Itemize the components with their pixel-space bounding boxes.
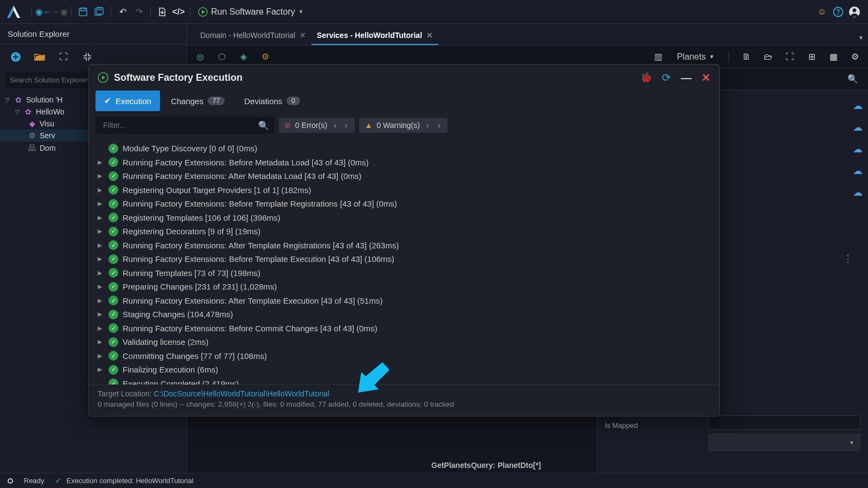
log-row[interactable]: ▶✓Running Factory Extensions: After Meta… bbox=[98, 169, 711, 183]
filter-input[interactable] bbox=[101, 119, 258, 132]
ct-icon-1[interactable]: ◎ bbox=[193, 49, 208, 65]
expand-icon[interactable]: ⛶ bbox=[782, 49, 797, 65]
search-icon[interactable]: 🔍 bbox=[258, 120, 269, 131]
log-row[interactable]: ✓Execution Completed (2,419ms) bbox=[98, 377, 711, 385]
feedback-icon[interactable]: ☺ bbox=[814, 4, 830, 20]
expand-arrow-icon: ▶ bbox=[98, 337, 104, 347]
log-row[interactable]: ▶✓Running Templates [73 of 73] (198ms) bbox=[98, 266, 711, 280]
layout-icon[interactable]: ▥ bbox=[651, 49, 666, 65]
cloud-icon[interactable]: ☁ bbox=[853, 100, 863, 112]
save-all-icon[interactable] bbox=[91, 4, 107, 20]
refresh-icon[interactable]: ⟳ bbox=[662, 71, 671, 84]
log-row[interactable]: ▶✓Finalizing Execution (6ms) bbox=[98, 363, 711, 377]
file-icon[interactable]: 🗎 bbox=[739, 49, 754, 65]
tab-changes[interactable]: Changes 77 bbox=[162, 91, 233, 111]
log-row[interactable]: ▶✓Running Factory Extensions: After Temp… bbox=[98, 239, 711, 253]
cloud-icon[interactable]: ☁ bbox=[853, 165, 863, 177]
dropdown-box[interactable]: ▼ bbox=[709, 434, 860, 451]
undo-icon[interactable]: ↶ bbox=[114, 4, 131, 20]
tab-services[interactable]: Services - HelloWorldTutorial ✕ bbox=[311, 27, 438, 45]
check-icon: ✓ bbox=[108, 323, 118, 333]
export-icon[interactable] bbox=[154, 4, 170, 20]
filter-box[interactable]: 🔍 bbox=[95, 117, 275, 134]
back-icon[interactable]: ◉← bbox=[35, 4, 52, 20]
target-location-link[interactable]: C:\DocSource\HelloWorldTutorial\HelloWor… bbox=[154, 389, 330, 398]
cloud-icon[interactable]: ☁ bbox=[853, 121, 863, 133]
expand-icon[interactable]: ⛶ bbox=[55, 49, 72, 65]
svg-marker-16 bbox=[358, 362, 390, 393]
status-ok-icon: ✔ bbox=[55, 477, 61, 485]
next-warning-icon[interactable]: › bbox=[436, 121, 443, 130]
tab-label: Execution bbox=[116, 97, 151, 106]
log-row[interactable]: ▶✓Preparing Changes [231 of 231] (1,028m… bbox=[98, 280, 711, 294]
top-toolbar: ◉← →◉ ↶ ↷ </> Run Software Factory ▼ ☺ ? bbox=[0, 0, 868, 24]
tree-label: Visu bbox=[40, 119, 54, 128]
code-icon[interactable]: </> bbox=[170, 4, 187, 20]
ct-icon-4[interactable]: ⚙ bbox=[258, 49, 273, 65]
run-software-factory-button[interactable]: Run Software Factory ▼ bbox=[194, 5, 308, 19]
log-row[interactable]: ▶✓Validating license (2ms) bbox=[98, 335, 711, 349]
check-icon: ✓ bbox=[108, 171, 118, 181]
log-row[interactable]: ▶✓Running Factory Extensions: After Temp… bbox=[98, 294, 711, 308]
collapse-icon[interactable] bbox=[79, 49, 95, 65]
settings-icon[interactable]: ⚙ bbox=[847, 49, 863, 65]
errors-box[interactable]: ⊘ 0 Error(s) ‹ › bbox=[279, 118, 355, 133]
log-row[interactable]: ✓Module Type Discovery [0 of 0] (0ms) bbox=[98, 142, 711, 156]
status-ready: Ready bbox=[24, 477, 44, 485]
help-icon[interactable]: ? bbox=[830, 4, 846, 20]
ct-icon-3[interactable]: ◈ bbox=[236, 49, 251, 65]
cloud-icon[interactable]: ☁ bbox=[853, 187, 863, 198]
cloud-icon[interactable]: ☁ bbox=[853, 143, 863, 155]
account-icon[interactable] bbox=[846, 4, 863, 20]
save-icon[interactable] bbox=[75, 4, 91, 20]
tab-deviations[interactable]: Deviations 0 bbox=[235, 91, 309, 111]
log-row[interactable]: ▶✓Registering Output Target Providers [1… bbox=[98, 183, 711, 197]
folder-icon[interactable]: 🗁 bbox=[761, 49, 776, 65]
ct-icon-2[interactable]: ⬡ bbox=[214, 49, 229, 65]
log-row[interactable]: ▶✓Staging Changes (104,478ms) bbox=[98, 307, 711, 322]
collapse-icon[interactable]: ⊞ bbox=[804, 49, 819, 65]
expand-arrow-icon: ▶ bbox=[98, 268, 104, 278]
bug-icon[interactable]: 🐞 bbox=[640, 72, 652, 84]
log-text: Preparing Changes [231 of 231] (1,028ms) bbox=[123, 280, 277, 294]
search-icon[interactable]: 🔍 bbox=[843, 72, 863, 86]
add-icon[interactable] bbox=[8, 49, 24, 65]
log-row[interactable]: ▶✓Committing Changes [77 of 77] (108ms) bbox=[98, 349, 711, 363]
log-row[interactable]: ▶✓Running Factory Extensions: Before Tem… bbox=[98, 197, 711, 211]
minimize-icon[interactable]: — bbox=[681, 72, 692, 84]
forward-icon[interactable]: →◉ bbox=[52, 4, 68, 20]
log-row[interactable]: ▶✓Running Factory Extensions: Before Met… bbox=[98, 156, 711, 170]
tab-execution[interactable]: ✔ Execution bbox=[95, 91, 160, 111]
next-error-icon[interactable]: › bbox=[343, 121, 350, 130]
folder-open-icon[interactable] bbox=[31, 49, 48, 65]
grid-icon[interactable]: ▦ bbox=[826, 49, 841, 65]
log-row[interactable]: ▶✓Registering Decorators [9 of 9] (19ms) bbox=[98, 224, 711, 239]
close-icon[interactable]: ✕ bbox=[701, 71, 711, 84]
more-icon[interactable]: ⋮ bbox=[843, 253, 853, 265]
log-row[interactable]: ▶✓Running Factory Extensions: Before Com… bbox=[98, 322, 711, 336]
planets-dropdown[interactable]: Planets ▼ bbox=[673, 50, 719, 64]
log-row[interactable]: ▶✓Running Factory Extensions: Before Tem… bbox=[98, 252, 711, 266]
prev-error-icon[interactable]: ‹ bbox=[331, 121, 339, 130]
close-tab-icon[interactable]: ✕ bbox=[426, 31, 433, 40]
tab-domain[interactable]: Domain - HelloWorldTutorial ✕ bbox=[195, 27, 311, 45]
log-row[interactable]: ▶✓Registering Templates [106 of 106] (39… bbox=[98, 211, 711, 225]
close-tab-icon[interactable]: ✕ bbox=[299, 31, 306, 40]
chevron-down-icon[interactable]: ▼ bbox=[854, 30, 868, 45]
expand-arrow-icon: ▶ bbox=[98, 364, 104, 375]
check-icon: ✓ bbox=[108, 310, 118, 319]
run-label: Run Software Factory bbox=[211, 7, 295, 17]
expand-arrow-icon: ▶ bbox=[98, 171, 104, 181]
deviations-badge: 0 bbox=[286, 97, 300, 105]
expand-arrow-icon: ▶ bbox=[98, 351, 104, 361]
redo-icon[interactable]: ↷ bbox=[131, 4, 147, 20]
is-mapped-value[interactable] bbox=[709, 415, 860, 429]
annotation-arrow bbox=[353, 358, 391, 396]
warning-icon: ▲ bbox=[365, 121, 372, 130]
svg-text:?: ? bbox=[836, 8, 840, 16]
services-icon: ⚙ bbox=[27, 131, 37, 140]
prev-warning-icon[interactable]: ‹ bbox=[424, 121, 431, 130]
warnings-box[interactable]: ▲ 0 Warning(s) ‹ › bbox=[359, 118, 448, 133]
warning-count: 0 Warning(s) bbox=[376, 121, 420, 130]
check-icon: ✔ bbox=[104, 96, 111, 106]
